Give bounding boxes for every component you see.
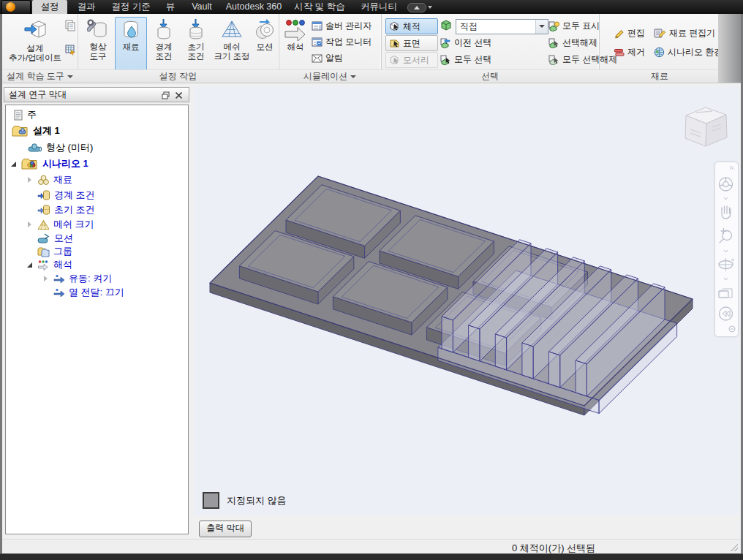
tree-item-design-1[interactable]: 설계 1 bbox=[12, 124, 60, 137]
material-label: 재료 bbox=[123, 42, 140, 52]
material-button[interactable]: 재료 bbox=[115, 17, 147, 72]
3d-model[interactable] bbox=[194, 86, 739, 515]
volume-select-icon bbox=[389, 21, 400, 31]
select-mode-edge: 모서리 bbox=[385, 52, 438, 68]
view-cube[interactable] bbox=[673, 95, 739, 157]
navigation-bar[interactable] bbox=[714, 162, 739, 337]
copy-document-icon[interactable] bbox=[65, 20, 76, 31]
select-mode-volume[interactable]: 체적 bbox=[385, 18, 438, 34]
tree-item-flow[interactable]: 유동: 켜기 bbox=[42, 272, 112, 285]
motion-label: 모션 bbox=[257, 42, 274, 52]
material-edit-button[interactable]: 편집 bbox=[614, 27, 645, 39]
select-all-icon bbox=[440, 54, 451, 65]
main-doc-icon bbox=[13, 110, 23, 121]
material-edit-label: 편집 bbox=[627, 27, 645, 39]
select-method-value: 직접 bbox=[460, 21, 478, 31]
action-deselect[interactable]: 선택해제 bbox=[548, 37, 597, 49]
material-editor-icon bbox=[654, 28, 666, 39]
tree-item-motion[interactable]: 모션 bbox=[37, 232, 73, 245]
analysis-icon bbox=[37, 260, 50, 270]
chevron-down-icon bbox=[724, 197, 728, 200]
ribbon-group-setup-tasks: 형상 도구 재료 경계 조건 bbox=[78, 14, 279, 83]
design-add-update-label-2: 추가/업데이트 bbox=[9, 53, 61, 63]
select-method-dropdown[interactable]: 직접 bbox=[456, 19, 548, 34]
job-monitor-item[interactable]: 작업 모니터 bbox=[312, 36, 372, 48]
menu-tab-view[interactable]: 뷰 bbox=[159, 0, 181, 14]
output-bar-button[interactable]: 출력 막대 bbox=[199, 521, 252, 537]
resize-grip[interactable] bbox=[731, 544, 738, 551]
tree-item-analysis[interactable]: 해석 bbox=[26, 258, 72, 271]
material-legend: 지정되지 않음 bbox=[203, 492, 287, 509]
expander-open-icon[interactable] bbox=[10, 160, 18, 167]
initial-conditions-tree-icon bbox=[37, 204, 50, 216]
material-editor-button[interactable]: 재료 편집기 bbox=[654, 27, 715, 39]
viewport-3d[interactable]: 지정되지 않음 bbox=[194, 86, 739, 515]
ribbon-group-selection: 체적 표면 모서리 직접 bbox=[381, 14, 600, 83]
menu-tab-decision-criteria[interactable]: 결정 기준 bbox=[105, 0, 156, 14]
expander-collapsed-icon[interactable] bbox=[42, 275, 50, 282]
expander-collapsed-icon[interactable] bbox=[26, 176, 34, 183]
panel-title-text: 설계 연구 막대 bbox=[9, 89, 67, 99]
boundary-conditions-tree-icon bbox=[37, 189, 50, 201]
tree-item-heat-transfer[interactable]: 열 전달: 끄기 bbox=[42, 286, 124, 299]
notification-item[interactable]: 알림 bbox=[312, 52, 343, 64]
boundary-conditions-button[interactable]: 경계 조건 bbox=[148, 17, 180, 72]
legend-label: 지정되지 않음 bbox=[227, 494, 287, 507]
geometry-icon bbox=[28, 142, 42, 154]
menu-tab-results[interactable]: 결과 bbox=[70, 0, 102, 14]
dropdown-caret-icon[interactable] bbox=[535, 20, 548, 34]
select-mode-surface[interactable]: 표면 bbox=[385, 35, 438, 51]
scenario-environment-button[interactable]: 시나리오 환경 bbox=[654, 46, 723, 58]
geometry-tools-button[interactable]: 형상 도구 bbox=[82, 17, 114, 72]
chevron-down-icon[interactable] bbox=[428, 6, 432, 9]
panel-float-icon[interactable] bbox=[162, 91, 170, 99]
design-folder-icon bbox=[12, 124, 29, 137]
expander-open-icon[interactable] bbox=[26, 261, 34, 268]
group-label-setup-tasks: 설정 작업 bbox=[78, 69, 279, 83]
tree-item-mesh-size[interactable]: 메쉬 크기 bbox=[26, 218, 94, 231]
panel-close-icon[interactable] bbox=[175, 91, 183, 99]
ribbon-group-design-tools: 설계 추가/업데이트 설계 학습 도구 bbox=[2, 14, 78, 83]
tree-item-geometry[interactable]: 형상 (미터) bbox=[28, 141, 93, 154]
solver-manager-icon bbox=[312, 21, 323, 31]
app-button[interactable] bbox=[1, 0, 31, 15]
notification-label: 알림 bbox=[325, 52, 343, 64]
chevron-down-icon bbox=[724, 250, 728, 252]
previous-selection-icon bbox=[440, 37, 451, 48]
ribbon: 설계 추가/업데이트 설계 학습 도구 형상 도구 bbox=[2, 14, 741, 83]
group-label-simulation[interactable]: 시뮬레이션 bbox=[279, 69, 381, 83]
menu-tab-getting-started[interactable]: 시작 및 학습 bbox=[287, 0, 352, 14]
mesh-sizing-button[interactable]: 메쉬 크기 조정 bbox=[212, 17, 252, 72]
materials-icon bbox=[37, 175, 50, 186]
ribbon-minimize-control[interactable] bbox=[407, 3, 426, 12]
motion-button[interactable]: 모션 bbox=[252, 17, 277, 72]
action-select-all[interactable]: 모두 선택 bbox=[440, 53, 491, 66]
tree-item-scenario-1[interactable]: 시나리오 1 bbox=[10, 157, 88, 170]
action-previous-selection[interactable]: 이전 선택 bbox=[440, 37, 491, 49]
pan-hand-icon bbox=[722, 206, 731, 219]
design-add-update-button[interactable]: 설계 추가/업데이트 bbox=[5, 17, 65, 72]
tree-item-initial-conditions[interactable]: 초기 조건 bbox=[37, 203, 95, 216]
menu-tab-vault[interactable]: Vault bbox=[183, 0, 221, 14]
design-add-update-icon bbox=[23, 19, 48, 42]
solver-manager-item[interactable]: 솔버 관리자 bbox=[312, 20, 372, 32]
expander-collapsed-icon[interactable] bbox=[26, 221, 34, 228]
flow-arrow-icon bbox=[53, 274, 65, 284]
tree-item-boundary-conditions[interactable]: 경계 조건 bbox=[37, 189, 95, 202]
tree-item-materials[interactable]: 재료 bbox=[26, 173, 72, 186]
initial-conditions-button[interactable]: 초기 조건 bbox=[181, 17, 211, 72]
menu-tab-setup[interactable]: 설정 bbox=[32, 0, 67, 14]
tree-item-groups[interactable]: 그룹 bbox=[37, 245, 72, 258]
menu-tab-autodesk-360[interactable]: Autodesk 360 bbox=[222, 0, 285, 14]
rewind-icon bbox=[720, 307, 733, 320]
surface-select-label: 표면 bbox=[403, 37, 420, 50]
table-update-icon[interactable] bbox=[65, 45, 76, 56]
action-show-all[interactable]: 모두 표시 bbox=[548, 20, 600, 32]
tree-item-main[interactable]: 주 bbox=[13, 108, 37, 121]
group-label-design-tools[interactable]: 설계 학습 도구 bbox=[2, 69, 78, 83]
analyze-button[interactable]: 해석 bbox=[281, 17, 310, 72]
design-study-bar-title[interactable]: 설계 연구 막대 bbox=[4, 87, 189, 102]
edge-select-label: 모서리 bbox=[403, 54, 429, 67]
menu-tab-community[interactable]: 커뮤니티 bbox=[355, 0, 402, 14]
material-remove-button[interactable]: 제거 bbox=[614, 46, 645, 58]
